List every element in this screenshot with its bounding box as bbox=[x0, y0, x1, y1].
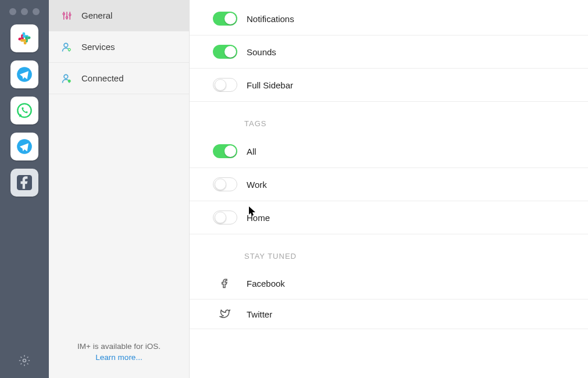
sliders-icon bbox=[60, 10, 73, 21]
content-pane: Notifications Sounds Full Sidebar TAGS A… bbox=[190, 0, 588, 378]
svg-point-4 bbox=[23, 359, 26, 362]
rail-app-slack[interactable] bbox=[10, 24, 38, 52]
section-header-stay-tuned: STAY TUNED bbox=[190, 234, 588, 268]
rail-app-telegram-2[interactable] bbox=[10, 133, 38, 161]
window-controls[interactable] bbox=[0, 0, 49, 21]
app-rail bbox=[0, 0, 49, 378]
svg-point-9 bbox=[66, 16, 68, 18]
toggle-sounds[interactable] bbox=[213, 45, 237, 59]
tag-row-home[interactable]: Home bbox=[190, 201, 588, 234]
toggle-full-sidebar[interactable] bbox=[213, 78, 237, 92]
svg-point-14 bbox=[68, 79, 71, 82]
whatsapp-icon bbox=[16, 102, 33, 119]
nav-item-connected[interactable]: Connected bbox=[49, 63, 189, 94]
toggle-notifications[interactable] bbox=[213, 12, 237, 26]
toggle-tag-home[interactable] bbox=[213, 211, 237, 224]
telegram-icon bbox=[16, 66, 33, 83]
section-header-tags: TAGS bbox=[190, 102, 588, 135]
minimize-dot[interactable] bbox=[21, 8, 28, 15]
settings-gear-button[interactable] bbox=[19, 355, 30, 369]
social-label: Facebook bbox=[247, 279, 285, 288]
tag-label: Work bbox=[247, 180, 267, 190]
user-check-icon bbox=[60, 73, 73, 84]
nav-label: Connected bbox=[81, 73, 124, 83]
social-row-facebook[interactable]: Facebook bbox=[190, 268, 588, 299]
gear-icon bbox=[19, 355, 30, 366]
toggle-tag-all[interactable] bbox=[213, 144, 237, 158]
setting-label: Full Sidebar bbox=[247, 80, 293, 90]
nav-item-services[interactable]: Services bbox=[49, 31, 189, 63]
svg-point-10 bbox=[69, 14, 71, 16]
svg-point-13 bbox=[64, 74, 68, 79]
telegram-icon bbox=[16, 138, 33, 155]
nav-item-general[interactable]: General bbox=[49, 0, 189, 31]
tag-label: Home bbox=[247, 213, 270, 223]
setting-row-notifications[interactable]: Notifications bbox=[190, 0, 588, 35]
learn-more-link[interactable]: Learn more... bbox=[95, 353, 142, 362]
setting-label: Sounds bbox=[247, 47, 276, 57]
twitter-icon bbox=[213, 309, 237, 319]
tag-label: All bbox=[247, 147, 256, 156]
footer-text: IM+ is available for iOS. bbox=[55, 342, 183, 351]
settings-footer: IM+ is available for iOS. Learn more... bbox=[49, 342, 189, 378]
tag-row-work[interactable]: Work bbox=[190, 168, 588, 201]
nav-label: Services bbox=[81, 42, 115, 52]
svg-point-1 bbox=[17, 104, 31, 117]
maximize-dot[interactable] bbox=[33, 8, 40, 15]
svg-point-8 bbox=[63, 13, 65, 15]
setting-row-full-sidebar[interactable]: Full Sidebar bbox=[190, 69, 588, 102]
setting-label: Notifications bbox=[247, 14, 294, 24]
facebook-icon bbox=[213, 277, 237, 290]
svg-point-11 bbox=[64, 43, 68, 47]
toggle-tag-work[interactable] bbox=[213, 177, 237, 191]
rail-app-telegram[interactable] bbox=[10, 60, 38, 88]
facebook-icon bbox=[17, 175, 32, 190]
social-row-twitter[interactable]: Twitter bbox=[190, 299, 588, 329]
setting-row-sounds[interactable]: Sounds bbox=[190, 35, 588, 69]
social-label: Twitter bbox=[247, 309, 272, 319]
nav-label: General bbox=[81, 10, 112, 20]
close-dot[interactable] bbox=[9, 8, 16, 15]
slack-icon bbox=[16, 30, 33, 47]
settings-nav: General Services Connected IM+ is availa… bbox=[49, 0, 190, 378]
rail-app-facebook[interactable] bbox=[10, 169, 38, 197]
tag-row-all[interactable]: All bbox=[190, 135, 588, 168]
rail-app-whatsapp[interactable] bbox=[10, 97, 38, 124]
user-plus-icon bbox=[60, 41, 73, 53]
